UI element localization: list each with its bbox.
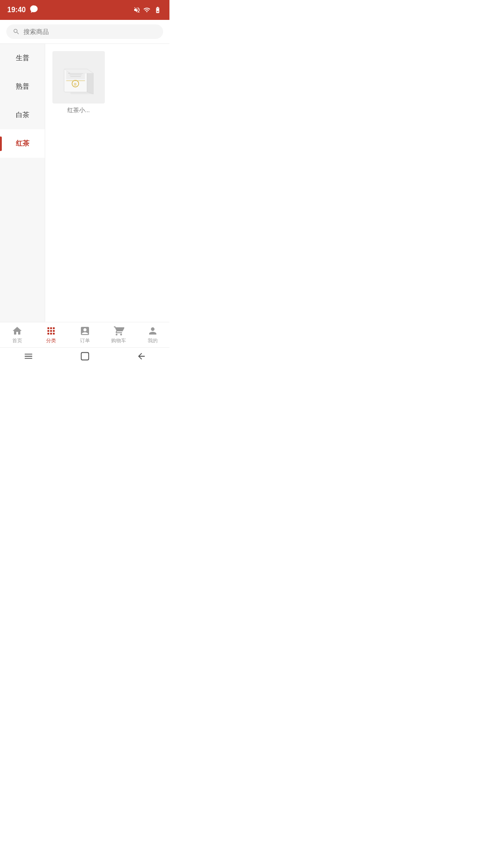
home-icon (12, 326, 23, 336)
nav-label-orders: 订单 (80, 337, 90, 344)
nav-item-orders[interactable]: 订单 (68, 323, 102, 347)
chat-app-icon (29, 5, 38, 15)
nav-item-home[interactable]: 首页 (0, 323, 34, 347)
product-area: 茶 红茶小... (45, 44, 169, 323)
status-time: 19:40 (7, 6, 26, 14)
product-card[interactable]: 茶 红茶小... (52, 51, 105, 114)
content-area: 生普 熟普 白茶 红茶 (0, 44, 169, 323)
sidebar-item-shupu[interactable]: 熟普 (0, 72, 45, 101)
android-nav (0, 347, 169, 367)
android-home-btn[interactable] (71, 348, 99, 367)
bottom-nav: 首页 分类 订单 购物车 我的 (0, 322, 169, 347)
product-image-svg: 茶 (58, 57, 99, 98)
status-icons (133, 6, 162, 14)
sidebar-item-shengpu[interactable]: 生普 (0, 44, 45, 72)
sidebar-item-hongcha[interactable]: 红茶 (0, 129, 45, 158)
nav-label-category: 分类 (46, 337, 56, 344)
search-input-wrap[interactable] (6, 24, 163, 39)
search-input[interactable] (23, 28, 157, 35)
nav-label-mine: 我的 (148, 337, 158, 344)
search-icon (13, 28, 20, 35)
product-image: 茶 (52, 51, 105, 104)
order-icon (80, 326, 90, 336)
nav-label-home: 首页 (12, 337, 22, 344)
user-icon (147, 326, 158, 336)
svg-rect-10 (81, 353, 89, 360)
sidebar-item-baicha[interactable]: 白茶 (0, 101, 45, 129)
nav-item-category[interactable]: 分类 (34, 323, 68, 347)
nav-item-mine[interactable]: 我的 (136, 323, 169, 347)
nav-label-cart: 购物车 (111, 337, 126, 344)
search-bar (0, 20, 169, 44)
cart-icon (113, 326, 124, 336)
svg-rect-0 (157, 9, 159, 11)
status-bar: 19:40 (0, 0, 169, 20)
sidebar: 生普 熟普 白茶 红茶 (0, 44, 45, 323)
grid-icon (46, 326, 56, 336)
product-name: 红茶小... (52, 106, 105, 114)
android-menu-btn[interactable] (14, 348, 42, 367)
product-grid: 茶 红茶小... (52, 51, 162, 114)
svg-text:茶: 茶 (74, 82, 77, 86)
android-back-btn[interactable] (127, 348, 155, 367)
nav-item-cart[interactable]: 购物车 (102, 323, 136, 347)
